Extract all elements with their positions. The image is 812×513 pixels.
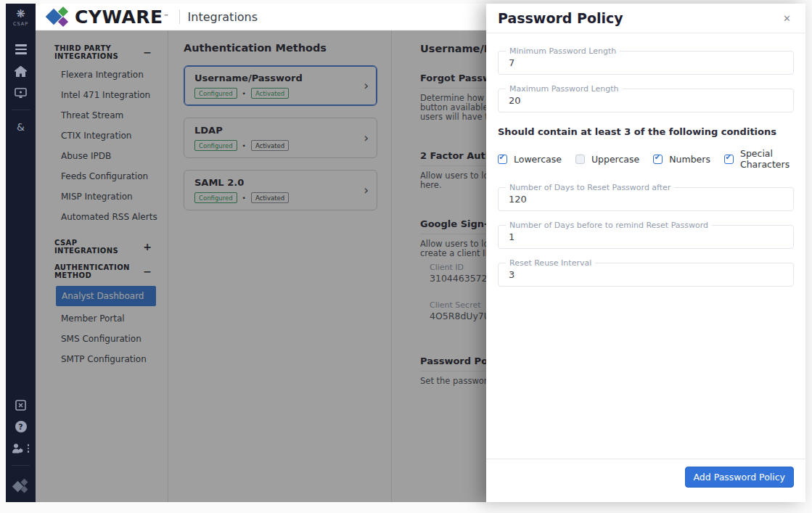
icon-rail: ❋ CSAP &: [6, 4, 36, 502]
monitor-icon[interactable]: [6, 82, 36, 104]
checkbox-icon[interactable]: [575, 155, 585, 164]
csap-logo-label: CSAP: [13, 21, 28, 27]
checkbox-label: Special Characters: [740, 148, 790, 170]
conditions-heading: Should contain at least 3 of the followi…: [498, 126, 794, 137]
checkbox-uppercase[interactable]: Uppercase: [575, 154, 639, 165]
modal-title: Password Policy: [498, 10, 623, 26]
checkbox-special-characters[interactable]: Special Characters: [724, 148, 790, 170]
rail-divider: [12, 110, 30, 110]
reset-after-days-label: Number of Days to Reset Password after: [506, 183, 674, 192]
remind-before-days-field[interactable]: Number of Days before to remind Reset Pa…: [498, 225, 794, 249]
conditions-row: Lowercase Uppercase Numbers Special Char…: [498, 148, 794, 170]
checkbox-label: Lowercase: [514, 154, 562, 165]
password-policy-modal: Password Policy ✕ Minimum Password Lengt…: [486, 4, 805, 502]
help-icon[interactable]: ?: [6, 416, 36, 438]
menu-icon-glyph: [15, 44, 27, 54]
cyware-logo[interactable]: [46, 7, 72, 27]
home-icon-glyph: [15, 66, 27, 77]
checkbox-label: Numbers: [669, 154, 710, 165]
checkbox-icon[interactable]: [498, 155, 507, 164]
book-icon[interactable]: [6, 394, 36, 416]
checkbox-lowercase[interactable]: Lowercase: [498, 154, 562, 165]
app-window: ❋ CSAP &: [6, 4, 805, 502]
header-divider: [179, 9, 180, 24]
close-icon[interactable]: ✕: [783, 13, 791, 24]
book-icon-glyph: [15, 400, 26, 411]
ampersand-icon[interactable]: &: [6, 116, 36, 138]
reset-reuse-interval-label: Reset Reuse Interval: [506, 258, 595, 268]
ampersand-glyph: &: [17, 121, 25, 133]
user-gear-glyph: [12, 443, 24, 454]
checkbox-label: Uppercase: [591, 154, 639, 165]
min-password-length-label: Minimum Password Length: [506, 46, 620, 56]
monitor-icon-glyph: [15, 88, 27, 99]
more-dots-icon: [28, 444, 30, 453]
max-password-length-field[interactable]: Maximum Password Length 20: [498, 89, 794, 112]
reset-reuse-interval-field[interactable]: Reset Reuse Interval 3: [498, 263, 794, 287]
min-password-length-field[interactable]: Minimum Password Length 7: [498, 51, 794, 75]
menu-icon[interactable]: [6, 38, 36, 60]
add-password-policy-button[interactable]: Add Password Policy: [685, 467, 795, 488]
max-password-length-label: Maximum Password Length: [506, 84, 623, 94]
reset-after-days-field[interactable]: Number of Days to Reset Password after 1…: [498, 187, 794, 211]
cyware-x-logo[interactable]: [13, 479, 29, 493]
checkbox-icon[interactable]: [724, 155, 734, 164]
checkbox-icon[interactable]: [653, 155, 663, 164]
remind-before-days-label: Number of Days before to remind Reset Pa…: [506, 221, 712, 230]
rail-divider-bottom: [12, 465, 30, 466]
account-settings-icon[interactable]: [6, 438, 36, 459]
csap-logo-icon: ❋: [13, 9, 28, 20]
checkbox-numbers[interactable]: Numbers: [653, 154, 710, 165]
page-title: Integrations: [188, 10, 258, 24]
brand-trademark: ™: [164, 14, 169, 20]
brand-name: CYWARE: [75, 7, 163, 28]
csap-logo[interactable]: ❋ CSAP: [13, 9, 28, 27]
home-icon[interactable]: [6, 60, 36, 82]
help-icon-glyph: ?: [15, 421, 27, 432]
